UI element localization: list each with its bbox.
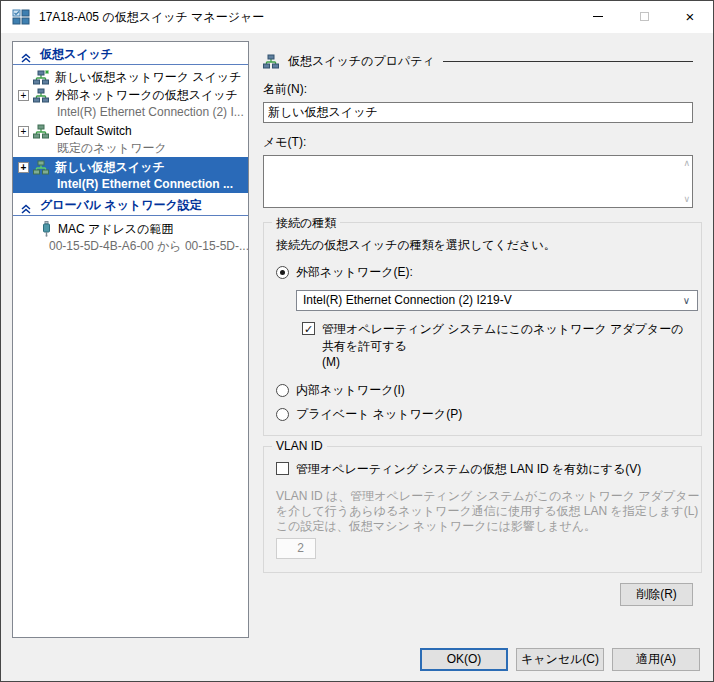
sidebar-item-label: 外部ネットワークの仮想スイッチ: [55, 87, 238, 104]
external-network-radio-row[interactable]: 外部ネットワーク(E):: [276, 264, 689, 281]
vlan-description-note: この設定は、仮想マシン ネットワークには影響しません。: [276, 519, 700, 534]
internal-network-label: 内部ネットワーク(I): [296, 382, 405, 399]
minimize-icon: [593, 16, 603, 17]
scroll-up-icon[interactable]: ∧: [683, 159, 690, 168]
switch-icon: [33, 124, 50, 139]
connection-type-group: 接続の種類 接続先の仮想スイッチの種類を選択してください。 外部ネットワーク(E…: [263, 222, 702, 436]
vlan-description: VLAN ID は、管理オペレーティング システムがこのネットワーク アダプター…: [276, 489, 700, 534]
close-button[interactable]: ×: [667, 1, 713, 32]
vlan-enable-label: 管理オペレーティング システムの仮想 LAN ID を有効にする(V): [296, 461, 641, 478]
maximize-button: [621, 1, 667, 32]
memo-textarea[interactable]: ∧ ∨: [263, 155, 693, 208]
chevron-double-up-icon: [21, 200, 31, 210]
vlan-enable-checkbox[interactable]: [276, 462, 289, 475]
private-network-label: プライベート ネットワーク(P): [296, 406, 462, 423]
hyper-v-switch-manager-icon: [12, 9, 30, 25]
switch-icon: [33, 88, 50, 103]
sidebar-item-label: 新しい仮想スイッチ: [55, 159, 165, 176]
name-label: 名前(N):: [263, 81, 695, 98]
internal-network-radio[interactable]: [276, 384, 289, 397]
section-header-label: グローバル ネットワーク設定: [40, 195, 202, 215]
maximize-icon: [640, 12, 649, 21]
share-adapter-label-line2: (M): [322, 355, 689, 369]
sidebar-item-label: MAC アドレスの範囲: [58, 221, 173, 238]
chevron-double-up-icon: [21, 49, 31, 59]
external-network-label: 外部ネットワーク(E):: [296, 264, 413, 281]
external-network-radio[interactable]: [276, 266, 289, 279]
properties-header: 仮想スイッチのプロパティ: [263, 53, 695, 70]
sidebar-item-label: 新しい仮想ネットワーク スイッチ: [55, 69, 241, 86]
ok-button[interactable]: OK(O): [420, 648, 508, 671]
sidebar-item-row[interactable]: + 新しい仮想スイッチ: [13, 158, 248, 176]
switch-icon: [263, 54, 280, 69]
vlan-id-group: VLAN ID 管理オペレーティング システムの仮想 LAN ID を有効にする…: [263, 446, 702, 573]
sidebar-section-virtual-switches[interactable]: 仮想スイッチ: [13, 44, 248, 65]
sidebar-section-global-network-settings[interactable]: グローバル ネットワーク設定: [13, 195, 248, 216]
properties-title: 仮想スイッチのプロパティ: [288, 53, 435, 70]
switch-icon: [33, 160, 50, 175]
caption-buttons: ×: [575, 1, 713, 32]
expand-plus-icon[interactable]: +: [18, 162, 29, 173]
sidebar-item-label: Default Switch: [55, 124, 132, 138]
private-network-radio-row[interactable]: プライベート ネットワーク(P): [276, 406, 689, 423]
network-adapter-value: Intel(R) Ethernet Connection (2) I219-V: [303, 293, 512, 307]
close-icon: ×: [686, 9, 695, 24]
chevron-down-icon: ∨: [683, 291, 690, 310]
network-adapter-select[interactable]: Intel(R) Ethernet Connection (2) I219-V …: [296, 290, 698, 311]
vlan-description-main: VLAN ID は、管理オペレーティング システムがこのネットワーク アダプター…: [276, 489, 700, 519]
sidebar-item-new-network-switch[interactable]: 新しい仮想ネットワーク スイッチ: [13, 68, 248, 86]
new-switch-icon: [33, 70, 50, 85]
cancel-button[interactable]: キャンセル(C): [516, 648, 604, 671]
sidebar-item-subtitle: 既定のネットワーク: [13, 140, 248, 156]
memo-label: メモ(T):: [263, 134, 695, 151]
vlan-enable-check-row[interactable]: 管理オペレーティング システムの仮想 LAN ID を有効にする(V): [276, 461, 689, 478]
section-header-label: 仮想スイッチ: [40, 44, 113, 64]
sidebar-item-new-virtual-switch-selected[interactable]: + 新しい仮想スイッチ Intel(R) Ethernet Connection…: [13, 157, 248, 193]
vlan-id-input: 2: [276, 538, 316, 559]
sidebar: 仮想スイッチ 新しい仮想ネットワーク スイッチ +: [12, 41, 249, 638]
connection-type-group-label: 接続の種類: [272, 215, 340, 232]
mac-address-icon: [40, 221, 53, 237]
sidebar-item-subtitle: Intel(R) Ethernet Connection ...: [13, 176, 248, 192]
share-adapter-checkbox[interactable]: ✓: [302, 322, 315, 335]
switch-name-input[interactable]: [263, 102, 693, 123]
sidebar-item-mac-address-range[interactable]: MAC アドレスの範囲: [13, 220, 248, 238]
header-rule: [443, 61, 693, 62]
expand-plus-icon[interactable]: +: [18, 90, 29, 101]
share-adapter-label-line1: 管理オペレーティング システムにこのネットワーク アダプターの共有を許可する: [322, 321, 689, 355]
sidebar-item-default-switch[interactable]: + Default Switch: [13, 122, 248, 140]
sidebar-item-subtitle: 00-15-5D-4B-A6-00 から 00-15-5D-...: [13, 238, 248, 254]
minimize-button[interactable]: [575, 1, 621, 32]
delete-button[interactable]: 削除(R): [620, 583, 693, 606]
titlebar: 17A18-A05 の仮想スイッチ マネージャー ×: [1, 1, 713, 33]
share-adapter-check-row[interactable]: ✓ 管理オペレーティング システムにこのネットワーク アダプターの共有を許可する…: [302, 321, 689, 369]
sidebar-item-external-switch[interactable]: + 外部ネットワークの仮想スイッチ: [13, 86, 248, 104]
sidebar-item-subtitle: Intel(R) Ethernet Connection (2) I...: [13, 104, 248, 120]
expand-plus-icon[interactable]: +: [18, 126, 29, 137]
internal-network-radio-row[interactable]: 内部ネットワーク(I): [276, 382, 689, 399]
apply-button[interactable]: 適用(A): [612, 648, 700, 671]
window-title: 17A18-A05 の仮想スイッチ マネージャー: [39, 9, 264, 26]
virtual-switch-manager-window: 17A18-A05 の仮想スイッチ マネージャー × 仮想スイッチ: [0, 0, 714, 682]
footer: OK(O) キャンセル(C) 適用(A): [1, 636, 713, 681]
scroll-down-icon[interactable]: ∨: [683, 195, 690, 204]
vlan-id-group-label: VLAN ID: [272, 439, 327, 453]
connection-instruction: 接続先の仮想スイッチの種類を選択してください。: [276, 237, 689, 254]
properties-panel: 仮想スイッチのプロパティ 名前(N): メモ(T): ∧ ∨ 接続の種類 接続先…: [253, 41, 706, 638]
private-network-radio[interactable]: [276, 408, 289, 421]
